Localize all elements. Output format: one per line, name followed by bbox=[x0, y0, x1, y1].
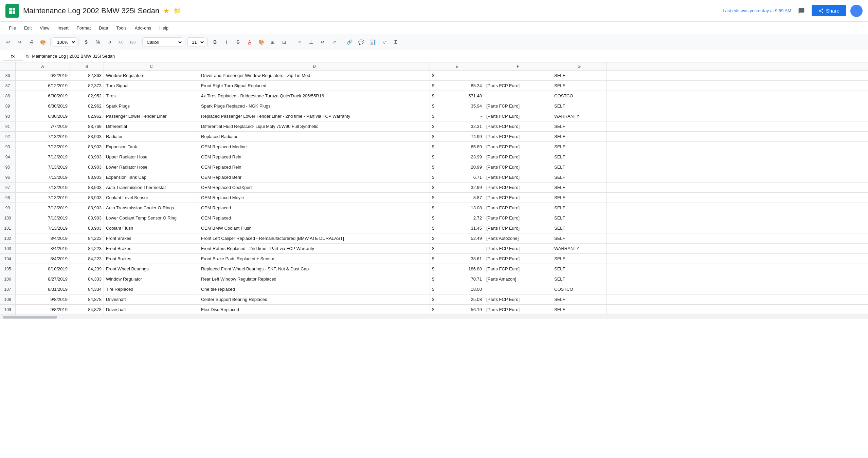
cell-description[interactable]: Front Rotors Replaced - 2nd time - Part … bbox=[199, 244, 430, 253]
cell-mileage[interactable]: 83,903 bbox=[70, 213, 104, 223]
valign-button[interactable]: ⊥ bbox=[306, 37, 317, 47]
cell-mileage[interactable]: 82,952 bbox=[70, 91, 104, 101]
cell-description[interactable]: OEM Replaced Behr bbox=[199, 172, 430, 182]
menu-data[interactable]: Data bbox=[95, 24, 111, 32]
cell-parts-source[interactable]: [Parts FCP Euro] bbox=[484, 101, 552, 111]
cell-labor[interactable]: SELF bbox=[552, 274, 607, 284]
cell-cost[interactable]: $ - bbox=[430, 71, 484, 80]
last-edit-link[interactable]: Last edit was yesterday at 9:59 AM bbox=[723, 8, 791, 13]
cell-category[interactable]: Front Wheel Bearings bbox=[104, 264, 199, 274]
cell-cost[interactable]: $ 571.48 bbox=[430, 91, 484, 101]
cell-date[interactable]: 7/13/2019 bbox=[16, 183, 70, 192]
cell-mileage[interactable]: 83,903 bbox=[70, 223, 104, 233]
cell-parts-source[interactable]: [Parts FCP Euro] bbox=[484, 162, 552, 172]
cell-parts-source[interactable]: [Parts FCP Euro] bbox=[484, 305, 552, 314]
cell-date[interactable]: 8/31/2019 bbox=[16, 284, 70, 294]
filter-button[interactable]: ▽ bbox=[379, 37, 390, 47]
cell-cost[interactable]: $ 13.08 bbox=[430, 203, 484, 213]
cell-category[interactable]: Lower Radiator Hose bbox=[104, 162, 199, 172]
cell-mileage[interactable]: 84,334 bbox=[70, 284, 104, 294]
cell-parts-source[interactable]: [Parts Autozone] bbox=[484, 233, 552, 243]
cell-mileage[interactable]: 82,962 bbox=[70, 101, 104, 111]
paint-format-button[interactable]: 🎨 bbox=[37, 37, 48, 47]
cell-cost[interactable]: $ 186.88 bbox=[430, 264, 484, 274]
cell-category[interactable]: Window Regulator bbox=[104, 274, 199, 284]
cell-date[interactable]: 6/12/2019 bbox=[16, 81, 70, 91]
col-header-g[interactable]: G bbox=[552, 62, 607, 70]
cell-cost[interactable]: $ 23.99 bbox=[430, 152, 484, 162]
cell-cost[interactable]: $ - bbox=[430, 244, 484, 253]
cell-description[interactable]: OEM Replaced bbox=[199, 213, 430, 223]
cell-date[interactable]: 7/13/2019 bbox=[16, 172, 70, 182]
cell-date[interactable]: 7/13/2019 bbox=[16, 152, 70, 162]
cell-category[interactable]: Passenger Lower Fender Liner bbox=[104, 111, 199, 121]
cell-labor[interactable]: WARRANTY bbox=[552, 244, 607, 253]
menu-view[interactable]: View bbox=[36, 24, 53, 32]
cell-description[interactable]: OEM Replaced Meyle bbox=[199, 193, 430, 203]
cell-labor[interactable]: SELF bbox=[552, 203, 607, 213]
cell-labor[interactable]: SELF bbox=[552, 264, 607, 274]
cell-category[interactable]: Turn Signal bbox=[104, 81, 199, 91]
cell-date[interactable]: 8/27/2019 bbox=[16, 274, 70, 284]
print-button[interactable]: 🖨 bbox=[26, 37, 37, 47]
cell-description[interactable]: Replaced Front Wheel Bearings - SKF, Nut… bbox=[199, 264, 430, 274]
cell-cost[interactable]: $ 8.87 bbox=[430, 193, 484, 203]
cell-description[interactable]: One tire replaced bbox=[199, 284, 430, 294]
cell-date[interactable]: 8/10/2019 bbox=[16, 264, 70, 274]
cell-mileage[interactable]: 84,223 bbox=[70, 254, 104, 264]
cell-category[interactable]: Coolant Level Sensor bbox=[104, 193, 199, 203]
cell-parts-source[interactable]: [Parts FCP Euro] bbox=[484, 152, 552, 162]
cell-mileage[interactable]: 84,878 bbox=[70, 305, 104, 314]
scrollbar-thumb[interactable] bbox=[3, 316, 57, 319]
cell-category[interactable]: Spark Plugs bbox=[104, 101, 199, 111]
cell-labor[interactable]: SELF bbox=[552, 254, 607, 264]
text-color-button[interactable]: A bbox=[244, 37, 255, 47]
strikethrough-button[interactable]: S bbox=[233, 37, 243, 47]
cell-reference[interactable] bbox=[3, 52, 23, 61]
cell-labor[interactable]: SELF bbox=[552, 305, 607, 314]
cell-mileage[interactable]: 83,903 bbox=[70, 142, 104, 152]
undo-button[interactable]: ↩ bbox=[3, 37, 14, 47]
font-size-select[interactable]: 11 bbox=[187, 37, 205, 47]
italic-button[interactable]: I bbox=[221, 37, 232, 47]
cell-labor[interactable]: SELF bbox=[552, 71, 607, 80]
align-button[interactable]: ≡ bbox=[294, 37, 305, 47]
cell-cost[interactable]: $ 35.94 bbox=[430, 101, 484, 111]
cell-date[interactable]: 7/13/2019 bbox=[16, 223, 70, 233]
cell-labor[interactable]: SELF bbox=[552, 294, 607, 304]
cell-category[interactable]: Tire Replaced bbox=[104, 284, 199, 294]
link-button[interactable]: 🔗 bbox=[344, 37, 355, 47]
cell-labor[interactable]: SELF bbox=[552, 193, 607, 203]
cell-labor[interactable]: SELF bbox=[552, 101, 607, 111]
cell-description[interactable]: Front Left Caliper Replaced - Remanufact… bbox=[199, 233, 430, 243]
cell-labor[interactable]: SELF bbox=[552, 213, 607, 223]
cell-labor[interactable]: SELF bbox=[552, 162, 607, 172]
menu-help[interactable]: Help bbox=[156, 24, 172, 32]
function-button[interactable]: Σ bbox=[390, 37, 401, 47]
cell-description[interactable]: OEM Replaced Rein bbox=[199, 162, 430, 172]
wrap-button[interactable]: ↵ bbox=[317, 37, 328, 47]
cell-mileage[interactable]: 82,363 bbox=[70, 71, 104, 80]
cell-date[interactable]: 7/13/2019 bbox=[16, 162, 70, 172]
cell-date[interactable]: 8/4/2019 bbox=[16, 254, 70, 264]
cell-parts-source[interactable]: [Parts FCP Euro] bbox=[484, 213, 552, 223]
menu-insert[interactable]: Insert bbox=[54, 24, 72, 32]
cell-cost[interactable]: $ 20.99 bbox=[430, 162, 484, 172]
cell-cost[interactable]: $ 65.89 bbox=[430, 142, 484, 152]
cell-category[interactable]: Upper Radiator Hose bbox=[104, 152, 199, 162]
cell-description[interactable]: Spark Plugs Replaced - NGK Plugs bbox=[199, 101, 430, 111]
cell-description[interactable]: Replaced Passenger Lower Fender Liner - … bbox=[199, 111, 430, 121]
format-num-button[interactable]: 123 bbox=[127, 37, 138, 47]
cell-parts-source[interactable]: [Parts Amazon] bbox=[484, 274, 552, 284]
cell-parts-source[interactable]: [Parts FCP Euro] bbox=[484, 111, 552, 121]
col-header-e[interactable]: E bbox=[430, 62, 484, 70]
cell-parts-source[interactable]: [Parts FCP Euro] bbox=[484, 203, 552, 213]
cell-cost[interactable]: $ 2.72 bbox=[430, 213, 484, 223]
cell-mileage[interactable]: 83,903 bbox=[70, 183, 104, 192]
cell-parts-source[interactable] bbox=[484, 284, 552, 294]
cell-category[interactable]: Front Brakes bbox=[104, 233, 199, 243]
menu-addons[interactable]: Add-ons bbox=[131, 24, 155, 32]
cell-labor[interactable]: SELF bbox=[552, 223, 607, 233]
cell-category[interactable]: Driveshaft bbox=[104, 294, 199, 304]
cell-category[interactable]: Window Regulators bbox=[104, 71, 199, 80]
